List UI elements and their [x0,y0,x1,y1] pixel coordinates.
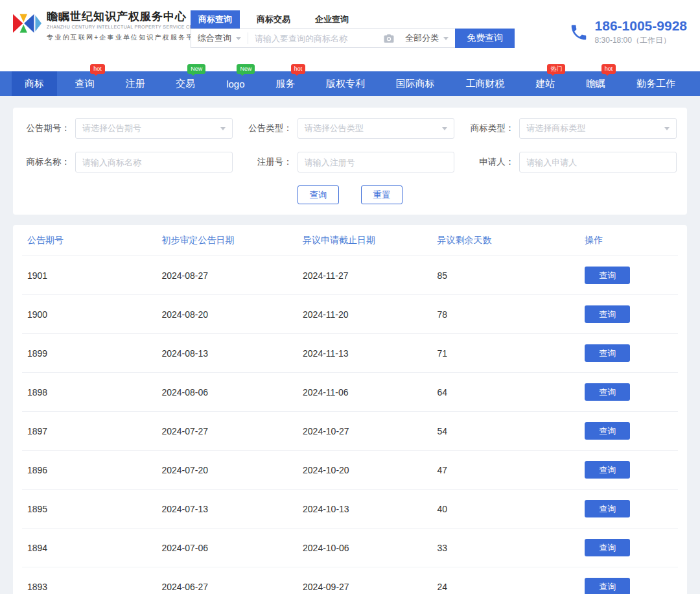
class-filter-dropdown[interactable]: 全部分类 [399,32,455,44]
row-query-button[interactable]: 查询 [585,500,630,517]
results-table-card: 公告期号初步审定公告日期异议申请截止日期异议剩余天数操作 19012024-08… [13,225,687,594]
cell-action: 查询 [579,490,678,529]
row-query-button[interactable]: 查询 [585,539,630,556]
cell-period: 1896 [22,451,156,490]
filter-field-trademark-name: 商标名称： [23,152,233,172]
cell-action: 查询 [579,373,678,412]
cell-action: 查询 [579,256,678,295]
filter-field-announcement-period: 公告期号：请选择公告期号 [23,118,233,139]
site-header: 瞻瞩世纪知识产权服务中心 ZHANZHU CENTURY INTELLECTUA… [0,0,700,71]
nav-item-business-finance-tax[interactable]: 工商财税 [453,71,518,96]
cell-action: 查询 [579,295,678,334]
table-row: 19012024-08-272024-11-2785查询 [22,256,678,295]
row-query-button[interactable]: 查询 [585,305,630,323]
nav-item-label: 版权专利 [326,78,365,90]
trademark-type-select[interactable]: 请选择商标类型 [519,118,677,139]
header-search-block: 商标查询商标交易企业查询 综合查询 全部分类 [191,10,515,48]
cell-pub_date: 2024-08-20 [156,295,298,334]
chevron-down-icon [442,127,447,130]
nav-badge: hot [601,64,616,74]
nav-item-trademark[interactable]: 商标 [12,71,57,96]
cell-pub_date: 2024-07-13 [156,490,298,529]
announcement-period-select[interactable]: 请选择公告期号 [75,118,233,139]
filter-field-registration-number: 注册号： [246,152,455,172]
nav-item-label: 查询 [75,78,95,90]
query-button[interactable]: 查询 [298,185,339,204]
cell-pub_date: 2024-07-27 [156,412,298,451]
cell-period: 1895 [22,490,156,529]
column-header: 异议剩余天数 [432,225,579,256]
tab-trademark-trade[interactable]: 商标交易 [249,10,298,29]
nav-item-search[interactable]: 查询hot [62,71,108,96]
applicant-input[interactable] [519,152,677,172]
cell-period: 1897 [22,412,156,451]
free-search-button[interactable]: 免费查询 [455,29,515,48]
nav-item-zhanzhu[interactable]: 瞻瞩hot [573,71,618,96]
main-nav: 商标查询hot注册交易NewlogoNew服务hot版权专利国际商标工商财税建站… [0,71,700,96]
chevron-down-icon [443,37,449,40]
filter-label: 商标名称： [23,156,75,168]
reset-button[interactable]: 重置 [361,185,402,204]
nav-item-website-build[interactable]: 建站热门 [522,71,568,96]
chevron-down-icon [220,127,226,130]
nav-item-label: 工商财税 [466,78,505,90]
nav-item-label: 瞻瞩 [586,78,605,90]
tab-company-search[interactable]: 企业查询 [307,10,356,29]
nav-item-trade[interactable]: 交易New [163,71,208,96]
tab-trademark-search[interactable]: 商标查询 [191,10,240,29]
row-query-button[interactable]: 查询 [585,422,630,440]
cell-deadline: 2024-10-06 [298,529,432,567]
nav-badge: New [187,64,205,74]
trademark-name-input[interactable] [75,152,233,172]
camera-icon[interactable] [379,32,399,44]
row-query-button[interactable]: 查询 [585,461,630,479]
row-query-button[interactable]: 查询 [585,383,630,401]
cell-days_left: 64 [432,373,579,412]
search-input[interactable] [248,29,379,47]
phone-number: 186-1005-9928 [595,18,687,33]
table-row: 19002024-08-202024-11-2078查询 [22,295,678,334]
registration-number-input[interactable] [298,152,455,172]
filter-field-announcement-type: 公告类型：请选择公告类型 [246,118,455,139]
class-filter-label: 全部分类 [405,32,439,44]
table-row: 18952024-07-132024-10-1340查询 [22,490,678,529]
table-head: 公告期号初步审定公告日期异议申请截止日期异议剩余天数操作 [22,225,678,256]
row-query-button[interactable]: 查询 [585,267,630,284]
filter-label: 公告类型： [246,123,298,134]
cell-period: 1901 [22,256,156,295]
filter-row: 公告期号：请选择公告期号公告类型：请选择公告类型商标类型：请选择商标类型 [23,118,677,139]
cell-pub_date: 2024-08-27 [156,256,298,295]
filter-rows: 公告期号：请选择公告期号公告类型：请选择公告类型商标类型：请选择商标类型商标名称… [23,118,677,172]
cell-action: 查询 [579,412,678,451]
cell-period: 1899 [22,334,156,373]
nav-item-service[interactable]: 服务hot [262,71,308,96]
site-logo[interactable]: 瞻瞩世纪知识产权服务中心 ZHANZHU CENTURY INTELLECTUA… [13,10,187,42]
filter-actions: 查询 重置 [23,185,677,204]
row-query-button[interactable]: 查询 [585,578,630,594]
results-table: 公告期号初步审定公告日期异议申请截止日期异议剩余天数操作 19012024-08… [22,225,678,594]
nav-item-label: 交易 [176,78,195,90]
logo-icon [13,10,41,38]
nav-item-service-work[interactable]: 勤务工作 [624,71,688,96]
nav-item-label: 国际商标 [396,78,435,90]
nav-item-intl-trademark[interactable]: 国际商标 [383,71,448,96]
nav-item-register[interactable]: 注册 [113,71,158,96]
column-header: 操作 [579,225,678,256]
search-category-label: 综合查询 [198,32,231,44]
contact-info: 186-1005-9928 8:30-18:00（工作日） [569,10,687,46]
filter-field-applicant: 申请人： [467,152,677,172]
cell-days_left: 33 [432,529,579,567]
filter-label: 商标类型： [467,123,519,134]
search-category-dropdown[interactable]: 综合查询 [191,32,248,44]
cell-pub_date: 2024-06-27 [156,567,298,594]
chevron-down-icon [236,37,241,40]
filter-row: 商标名称：注册号：申请人： [23,152,677,172]
column-header: 公告期号 [22,225,156,256]
nav-badge: hot [291,64,306,74]
nav-item-logo[interactable]: logoNew [213,71,257,96]
row-query-button[interactable]: 查询 [585,344,630,362]
cell-period: 1893 [22,567,156,594]
cell-deadline: 2024-11-20 [298,295,432,334]
announcement-type-select[interactable]: 请选择公告类型 [298,118,455,139]
nav-item-copyright-patent[interactable]: 版权专利 [313,71,378,96]
